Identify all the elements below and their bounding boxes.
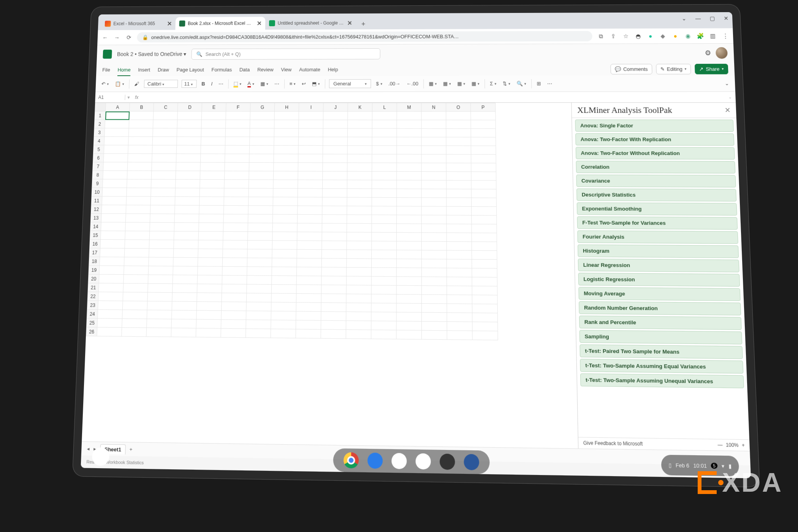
- cell[interactable]: [472, 304, 497, 313]
- font-color-button[interactable]: A▾: [246, 80, 255, 87]
- insert-cells-button[interactable]: ▦▾: [470, 81, 480, 86]
- column-header[interactable]: N: [421, 103, 446, 111]
- cell[interactable]: [323, 146, 347, 154]
- cell[interactable]: [128, 128, 153, 136]
- more-font-button[interactable]: ⋯: [217, 81, 225, 87]
- cell[interactable]: [421, 294, 446, 304]
- cell[interactable]: [421, 206, 446, 215]
- cell[interactable]: [372, 223, 397, 232]
- cell[interactable]: [421, 163, 446, 172]
- cell[interactable]: [271, 311, 296, 320]
- cell[interactable]: [152, 137, 177, 145]
- zoom-out-button[interactable]: —: [717, 442, 723, 448]
- cell[interactable]: [446, 259, 472, 268]
- cell[interactable]: [322, 223, 347, 232]
- cell[interactable]: [323, 163, 347, 171]
- analysis-tool-button[interactable]: Histogram: [578, 244, 739, 258]
- cell[interactable]: [250, 120, 274, 128]
- cell[interactable]: [224, 197, 249, 206]
- cell[interactable]: [147, 310, 172, 319]
- cell[interactable]: [472, 233, 497, 242]
- cell[interactable]: [172, 301, 197, 310]
- share-button[interactable]: ↗ Share ▾: [695, 63, 728, 74]
- cell[interactable]: [223, 231, 248, 240]
- ribbon-tab-formulas[interactable]: Formulas: [211, 66, 232, 72]
- cell[interactable]: [247, 284, 272, 293]
- cell[interactable]: [446, 172, 471, 180]
- cell[interactable]: [421, 171, 446, 180]
- cell[interactable]: [273, 206, 298, 214]
- cell[interactable]: [129, 120, 153, 128]
- cell[interactable]: [296, 302, 321, 312]
- cell[interactable]: [371, 303, 396, 312]
- cell[interactable]: [421, 241, 446, 250]
- cell[interactable]: [274, 146, 298, 154]
- cell[interactable]: [347, 171, 372, 180]
- cell[interactable]: [396, 285, 421, 294]
- cell[interactable]: [472, 277, 497, 286]
- cell[interactable]: [249, 171, 274, 180]
- bookmark-icon[interactable]: ☆: [622, 32, 630, 40]
- cell[interactable]: [446, 233, 472, 242]
- cell[interactable]: [347, 197, 372, 206]
- cell[interactable]: [347, 206, 372, 215]
- cell[interactable]: [346, 329, 371, 339]
- cell[interactable]: [371, 321, 396, 330]
- cell[interactable]: [347, 128, 372, 137]
- cell[interactable]: [226, 120, 250, 128]
- cell[interactable]: [421, 154, 446, 163]
- cell[interactable]: [396, 330, 422, 339]
- cell[interactable]: [200, 188, 224, 197]
- cell[interactable]: [97, 327, 122, 336]
- sheet-nav-prev-icon[interactable]: ◂: [87, 446, 90, 452]
- cell[interactable]: [171, 319, 196, 328]
- cell[interactable]: [397, 154, 421, 163]
- cell[interactable]: [128, 137, 152, 145]
- cell[interactable]: [198, 231, 223, 240]
- cell[interactable]: [347, 163, 372, 171]
- cell[interactable]: [321, 267, 347, 276]
- cell[interactable]: [396, 303, 421, 312]
- cell[interactable]: [323, 128, 348, 137]
- row-header[interactable]: 22: [87, 292, 98, 301]
- format-painter-button[interactable]: 🖌: [133, 81, 140, 87]
- browser-tab[interactable]: Book 2.xlsx - Microsoft Excel O…: [175, 17, 265, 30]
- bold-button[interactable]: B: [200, 81, 206, 87]
- cell[interactable]: [396, 250, 421, 259]
- cell[interactable]: [125, 214, 150, 222]
- analysis-tool-button[interactable]: Descriptive Statistics: [576, 188, 736, 201]
- cell[interactable]: [372, 232, 397, 241]
- cell[interactable]: [174, 214, 199, 223]
- cell[interactable]: [421, 180, 446, 189]
- cell[interactable]: [177, 128, 201, 136]
- cell[interactable]: [421, 215, 446, 224]
- cell[interactable]: [221, 328, 246, 337]
- cell[interactable]: [274, 163, 298, 171]
- cell[interactable]: [298, 180, 323, 188]
- cell[interactable]: [421, 312, 447, 321]
- decrease-decimal-button[interactable]: ←.00: [405, 81, 419, 87]
- cell[interactable]: [246, 302, 271, 311]
- cell[interactable]: [151, 179, 176, 188]
- cell[interactable]: [397, 137, 421, 146]
- cell[interactable]: [153, 111, 177, 120]
- cell[interactable]: [298, 146, 323, 154]
- cell[interactable]: [150, 222, 174, 231]
- cell[interactable]: [446, 268, 472, 277]
- cell[interactable]: [397, 180, 421, 189]
- window-close-icon[interactable]: ✕: [722, 14, 730, 22]
- comments-button[interactable]: 💬 Comments: [610, 64, 652, 74]
- cell[interactable]: [472, 331, 498, 340]
- row-header[interactable]: 13: [90, 214, 101, 222]
- cell[interactable]: [346, 294, 371, 303]
- row-header[interactable]: 2: [94, 120, 105, 128]
- extensions-icon[interactable]: 🧩: [696, 32, 704, 40]
- cell[interactable]: [273, 188, 298, 197]
- cell[interactable]: [101, 222, 125, 231]
- cell[interactable]: [98, 292, 123, 301]
- cell[interactable]: [347, 268, 372, 277]
- cell[interactable]: [372, 171, 397, 180]
- cell[interactable]: [298, 163, 323, 171]
- analysis-tool-button[interactable]: Anova: Two-Factor With Replication: [575, 133, 734, 146]
- cell[interactable]: [148, 275, 173, 284]
